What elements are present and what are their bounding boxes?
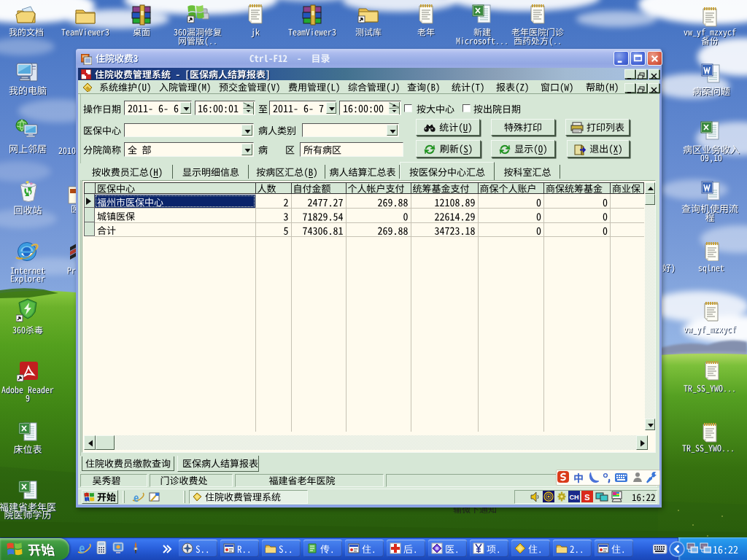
- svg-text:CH: CH: [570, 494, 579, 501]
- svg-text:S: S: [584, 493, 589, 502]
